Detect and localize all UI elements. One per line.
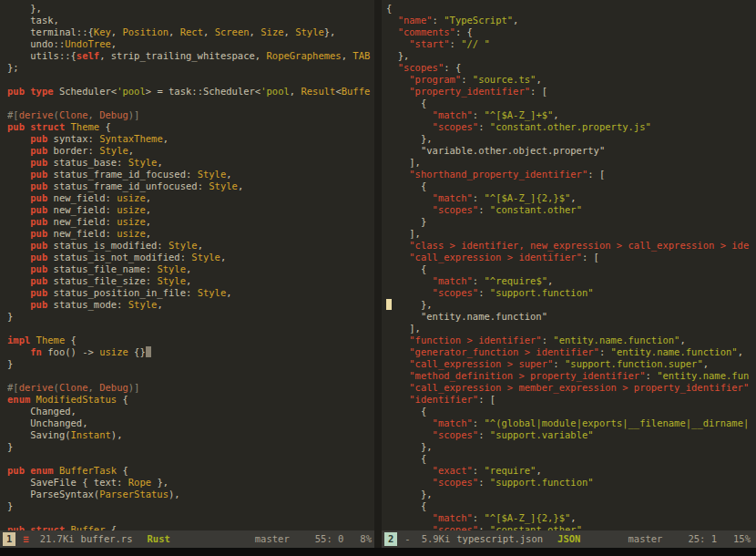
code-buffer-rs[interactable]: }, task, terminal::{Key, Position, Rect,…	[7, 3, 374, 530]
pane-buffer-rs[interactable]: }, task, terminal::{Key, Position, Rect,…	[0, 0, 374, 530]
status-bar-left: 1 ≡ 21.7Ki buffer.rs Rust master 55: 0 8…	[0, 530, 374, 548]
frame-id-badge-2: 2	[384, 532, 397, 546]
status-row: 1 ≡ 21.7Ki buffer.rs Rust master 55: 0 8…	[0, 530, 756, 548]
code-typescript-json[interactable]: { "name": "TypeScript", "comments": { "s…	[386, 3, 756, 530]
cursor-position: 55: 0	[315, 533, 344, 545]
git-branch: master	[255, 533, 290, 545]
status-bar-right: 2 - 5.9Ki typescript.json JSON master 25…	[382, 530, 756, 548]
file-mode-badge: JSON	[557, 533, 580, 545]
prompt-line[interactable]	[0, 548, 756, 556]
zee-editor-window: }, task, terminal::{Key, Position, Rect,…	[0, 0, 756, 556]
pane-typescript-json[interactable]: { "name": "TypeScript", "comments": { "s…	[382, 0, 756, 530]
git-branch: master	[628, 533, 662, 545]
file-name: buffer.rs	[81, 533, 133, 545]
frame-id-badge-1: 1	[3, 532, 15, 546]
file-size: 5.9Ki	[422, 533, 451, 545]
unmodified-indicator-icon: -	[404, 533, 410, 545]
scroll-percent: 15%	[733, 533, 751, 545]
cursor-position: 25: 1	[688, 533, 717, 545]
modified-indicator-icon: ≡	[23, 533, 28, 545]
pane-divider[interactable]	[374, 0, 382, 530]
file-mode-badge: Rust	[148, 533, 170, 545]
scroll-percent: 8%	[360, 533, 372, 545]
file-name: typescript.json	[456, 533, 543, 545]
file-size: 21.7Ki	[40, 533, 75, 545]
editor-split: }, task, terminal::{Key, Position, Rect,…	[0, 0, 756, 530]
status-divider	[374, 530, 382, 548]
